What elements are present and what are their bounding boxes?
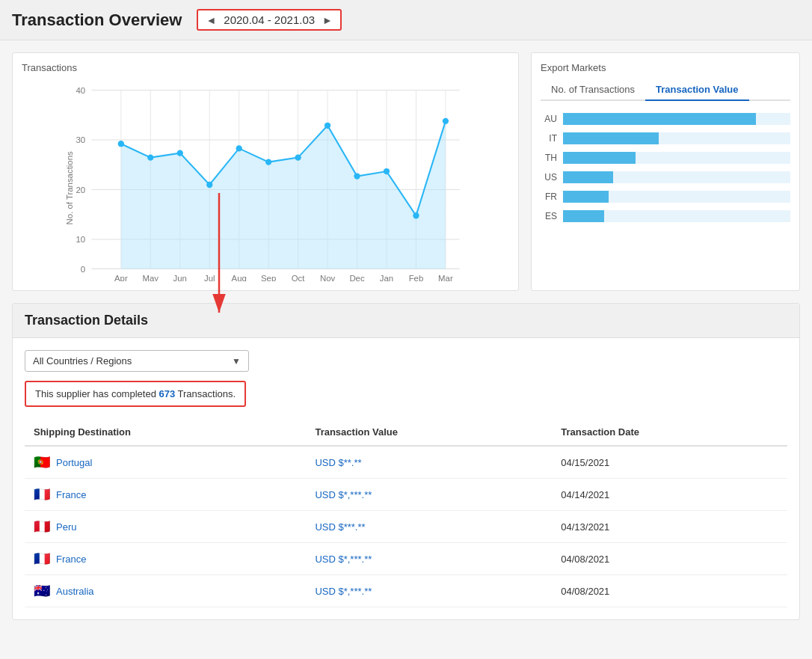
- svg-text:Jul: Jul: [204, 274, 215, 281]
- bar-label-th: TH: [541, 153, 557, 163]
- tab-num-transactions[interactable]: No. of Transactions: [541, 79, 645, 101]
- svg-point-27: [206, 182, 212, 188]
- export-markets-panel: Export Markets No. of Transactions Trans…: [531, 52, 800, 291]
- bar-row-us: US: [541, 171, 790, 183]
- svg-text:Mar: Mar: [438, 274, 453, 281]
- transaction-details-section: Transaction Details All Countries / Regi…: [12, 303, 800, 620]
- cell-destination: 🇫🇷France: [25, 479, 306, 511]
- bar-fill-it: [563, 132, 659, 144]
- dropdown-selected-value: All Countries / Regions: [33, 355, 132, 367]
- cell-destination: 🇫🇷France: [25, 543, 306, 575]
- svg-text:10: 10: [76, 235, 85, 244]
- cell-value: USD $*,***.**: [306, 479, 552, 511]
- svg-text:Nov: Nov: [320, 274, 336, 281]
- svg-point-26: [177, 150, 183, 156]
- table-header: Shipping Destination Transaction Value T…: [25, 419, 787, 446]
- flag-icon: 🇫🇷: [34, 486, 50, 503]
- svg-point-35: [443, 118, 449, 124]
- bar-label-it: IT: [541, 133, 557, 144]
- table-row: 🇵🇹PortugalUSD $**.**04/15/2021: [25, 446, 787, 479]
- bar-label-us: US: [541, 172, 557, 183]
- charts-row: Transactions 40 30 20 10 0 No. of Transa…: [0, 40, 812, 303]
- flag-icon: 🇫🇷: [34, 551, 50, 567]
- country-name[interactable]: France: [56, 489, 86, 500]
- chart-area: 40 30 20 10 0 No. of Transactions: [22, 79, 509, 281]
- svg-text:Jan: Jan: [380, 274, 393, 281]
- bar-track-es: [563, 210, 790, 222]
- bar-track-fr: [563, 191, 790, 203]
- flag-icon: 🇵🇪: [34, 518, 50, 535]
- svg-text:30: 30: [76, 135, 85, 144]
- svg-point-33: [384, 168, 390, 174]
- tab-transaction-value[interactable]: Transaction Value: [645, 79, 749, 101]
- date-range-text: 2020.04 - 2021.03: [224, 13, 315, 26]
- bar-track-au: [563, 113, 790, 125]
- table-row: 🇫🇷FranceUSD $*,***.**04/08/2021: [25, 543, 787, 575]
- bar-row-it: IT: [541, 132, 790, 144]
- bar-row-au: AU: [541, 113, 790, 125]
- cell-value: USD $***.**: [306, 511, 552, 543]
- page-container: Transaction Overview ◄ 2020.04 - 2021.03…: [0, 0, 812, 620]
- svg-text:0: 0: [81, 265, 85, 274]
- count-text-prefix: This supplier has completed: [35, 388, 159, 399]
- country-name[interactable]: Peru: [56, 521, 76, 533]
- svg-point-28: [236, 145, 242, 151]
- bar-label-fr: FR: [541, 191, 557, 202]
- svg-point-25: [147, 154, 153, 160]
- svg-text:No. of Transactions: No. of Transactions: [65, 151, 74, 225]
- cell-value: USD $*,***.**: [306, 543, 552, 575]
- dropdown-arrow-icon: ▼: [232, 356, 241, 367]
- dropdown-row: All Countries / Regions ▼: [25, 350, 787, 372]
- table-body: 🇵🇹PortugalUSD $**.**04/15/2021🇫🇷FranceUS…: [25, 446, 787, 607]
- details-header: Transaction Details: [13, 304, 799, 338]
- flag-icon: 🇵🇹: [34, 454, 50, 471]
- svg-point-24: [118, 141, 124, 147]
- svg-marker-23: [121, 121, 446, 269]
- svg-text:Apr: Apr: [114, 274, 128, 281]
- svg-text:40: 40: [76, 86, 85, 95]
- svg-text:Sep: Sep: [261, 274, 276, 281]
- details-title: Transaction Details: [25, 313, 787, 328]
- bar-fill-th: [563, 152, 636, 164]
- col-transaction-date: Transaction Date: [552, 419, 787, 446]
- date-next-button[interactable]: ►: [321, 14, 334, 26]
- svg-point-32: [354, 173, 360, 179]
- bar-fill-us: [563, 171, 613, 183]
- bar-row-fr: FR: [541, 191, 790, 203]
- svg-text:20: 20: [76, 186, 85, 194]
- country-region-dropdown[interactable]: All Countries / Regions ▼: [25, 350, 249, 372]
- transactions-table: Shipping Destination Transaction Value T…: [25, 419, 787, 607]
- cell-date: 04/08/2021: [552, 575, 787, 607]
- export-tabs: No. of Transactions Transaction Value: [541, 79, 790, 101]
- cell-value: USD $**.**: [306, 446, 552, 479]
- svg-text:Aug: Aug: [232, 274, 247, 281]
- cell-destination: 🇦🇺Australia: [25, 575, 306, 607]
- bar-label-au: AU: [541, 114, 557, 124]
- transactions-chart-panel: Transactions 40 30 20 10 0 No. of Transa…: [12, 52, 519, 291]
- country-name[interactable]: France: [56, 554, 86, 565]
- date-prev-button[interactable]: ◄: [204, 14, 218, 26]
- table-row: 🇦🇺AustraliaUSD $*,***.**04/08/2021: [25, 575, 787, 607]
- svg-text:May: May: [143, 274, 159, 281]
- bar-fill-es: [563, 210, 604, 222]
- cell-destination: 🇵🇹Portugal: [25, 446, 306, 479]
- table-row: 🇫🇷FranceUSD $*,***.**04/14/2021: [25, 479, 787, 511]
- bar-track-th: [563, 152, 790, 164]
- details-body: All Countries / Regions ▼ This supplier …: [13, 338, 799, 619]
- cell-date: 04/13/2021: [552, 511, 787, 543]
- country-name[interactable]: Australia: [56, 586, 94, 597]
- date-range-selector[interactable]: ◄ 2020.04 - 2021.03 ►: [197, 9, 342, 31]
- svg-text:Feb: Feb: [409, 274, 424, 281]
- transaction-count-box: This supplier has completed 673 Transact…: [25, 381, 246, 407]
- transaction-count-number: 673: [159, 388, 175, 399]
- header-bar: Transaction Overview ◄ 2020.04 - 2021.03…: [0, 0, 812, 40]
- cell-date: 04/08/2021: [552, 543, 787, 575]
- bar-fill-fr: [563, 191, 609, 203]
- cell-destination: 🇵🇪Peru: [25, 511, 306, 543]
- country-name[interactable]: Portugal: [56, 457, 92, 468]
- page-title: Transaction Overview: [12, 10, 182, 30]
- svg-text:Jun: Jun: [173, 274, 187, 281]
- svg-point-34: [413, 212, 419, 218]
- line-chart-svg: 40 30 20 10 0 No. of Transactions: [22, 79, 509, 281]
- bar-fill-au: [563, 113, 756, 125]
